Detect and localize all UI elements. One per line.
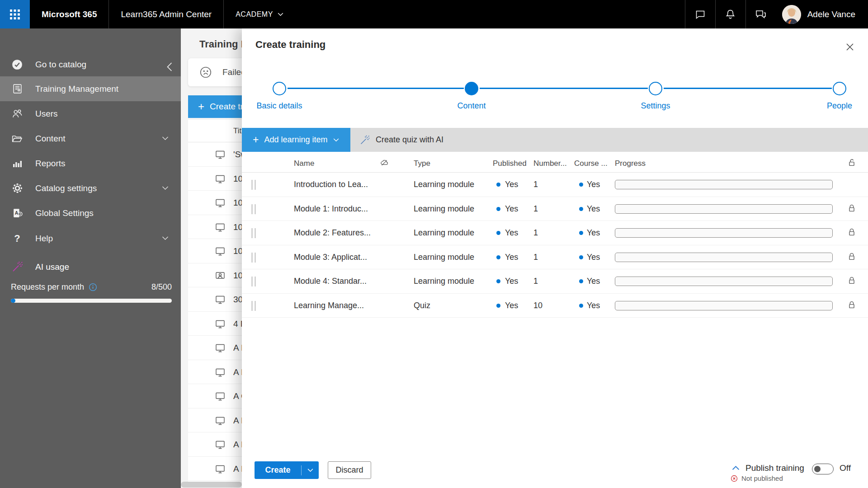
user-name: Adele Vance bbox=[807, 9, 855, 19]
published-status: Yes bbox=[496, 204, 518, 214]
item-type: Learning module bbox=[414, 204, 474, 214]
step-basic-details[interactable]: Basic details bbox=[234, 82, 325, 111]
feedback-button[interactable] bbox=[746, 0, 776, 28]
info-icon[interactable] bbox=[89, 283, 97, 291]
panel-title: Create training bbox=[255, 39, 326, 51]
drag-handle-icon[interactable] bbox=[251, 180, 257, 190]
learning-item-row[interactable]: Learning Manage... Quiz Yes 10 Yes bbox=[242, 294, 868, 318]
learning-item-row[interactable]: Module 2: Features... Learning module Ye… bbox=[242, 221, 868, 245]
status-dot-icon bbox=[496, 183, 500, 187]
lock-icon[interactable] bbox=[847, 300, 857, 312]
users-icon bbox=[11, 108, 24, 120]
item-name: Introduction to Lea... bbox=[294, 180, 368, 189]
brand-link[interactable]: Microsoft 365 bbox=[30, 0, 108, 28]
add-learning-item-button[interactable]: + Add learning item bbox=[242, 128, 350, 152]
sidebar-item-training-management[interactable]: Training Management bbox=[0, 76, 181, 101]
progress-bar bbox=[615, 204, 833, 214]
horizontal-scrollbar[interactable] bbox=[181, 482, 242, 488]
close-button[interactable] bbox=[843, 40, 857, 54]
top-suite-bar: Microsoft 365 Learn365 Admin Center ACAD… bbox=[0, 0, 868, 28]
learning-items-header: Name Type Published Number... Course ...… bbox=[242, 155, 868, 173]
learning-item-row[interactable]: Module 3: Applicat... Learning module Ye… bbox=[242, 245, 868, 270]
sidebar-item-help[interactable]: ? Help bbox=[0, 226, 181, 251]
lock-icon[interactable] bbox=[847, 227, 857, 239]
content-toolbar: + Add learning item Create quiz with AI bbox=[242, 128, 868, 152]
tenant-dropdown[interactable]: ACADEMY bbox=[224, 0, 295, 28]
sidebar-item-reports[interactable]: Reports bbox=[0, 151, 181, 176]
chevron-up-icon bbox=[732, 465, 740, 470]
magic-wand-icon bbox=[11, 261, 24, 273]
item-number: 1 bbox=[533, 277, 538, 286]
chevron-down-icon bbox=[278, 13, 283, 16]
elearning-icon bbox=[215, 391, 226, 404]
avatar bbox=[782, 5, 801, 24]
bell-icon bbox=[725, 9, 736, 20]
course-status: Yes bbox=[579, 301, 600, 310]
tenant-label: ACADEMY bbox=[236, 10, 273, 19]
progress-column-header: Progress bbox=[615, 159, 646, 168]
create-menu-button[interactable] bbox=[302, 469, 319, 472]
drag-handle-icon[interactable] bbox=[251, 301, 257, 311]
create-quiz-with-ai-button[interactable]: Create quiz with AI bbox=[359, 128, 443, 152]
item-type: Learning module bbox=[414, 180, 474, 189]
chevron-down-icon bbox=[162, 136, 169, 141]
requests-progress-fill bbox=[11, 299, 15, 303]
learning-item-row[interactable]: Module 1: Introduc... Learning module Ye… bbox=[242, 197, 868, 221]
publish-toggle[interactable] bbox=[812, 464, 834, 474]
app-launcher-button[interactable] bbox=[0, 0, 30, 28]
elearning-icon bbox=[215, 246, 226, 258]
requests-per-month: Requests per month 8/500 bbox=[11, 282, 172, 292]
gear-icon bbox=[11, 182, 24, 195]
sidebar-item-content[interactable]: Content bbox=[0, 126, 181, 151]
sidebar-item-users[interactable]: Users bbox=[0, 101, 181, 126]
drag-handle-icon[interactable] bbox=[251, 228, 257, 238]
chat-button[interactable] bbox=[685, 0, 715, 28]
elearning-icon bbox=[215, 174, 226, 186]
learning-item-row[interactable]: Module 4: Standar... Learning module Yes… bbox=[242, 269, 868, 294]
published-status: Yes bbox=[496, 180, 518, 189]
app-title-link[interactable]: Learn365 Admin Center bbox=[109, 0, 223, 28]
publish-status: Not published bbox=[731, 474, 783, 482]
lock-icon[interactable] bbox=[847, 252, 857, 264]
help-icon: ? bbox=[11, 232, 24, 245]
lock-icon[interactable] bbox=[847, 203, 857, 216]
elearning-icon bbox=[215, 464, 226, 476]
elearning-icon bbox=[215, 343, 226, 355]
step-content[interactable]: Content bbox=[426, 82, 517, 111]
step-settings[interactable]: Settings bbox=[610, 82, 701, 111]
course-status: Yes bbox=[579, 277, 600, 286]
drag-handle-icon[interactable] bbox=[251, 253, 257, 263]
sidebar-item-go-to-catalog[interactable]: Go to catalog bbox=[0, 52, 181, 77]
drag-handle-icon[interactable] bbox=[251, 204, 257, 214]
requests-label: Requests per month bbox=[11, 282, 84, 292]
expand-publish-button[interactable] bbox=[732, 465, 740, 470]
elearning-icon bbox=[215, 415, 226, 428]
drag-handle-icon[interactable] bbox=[251, 277, 257, 286]
progress-bar bbox=[615, 277, 833, 286]
cloud-offline-icon bbox=[380, 158, 389, 169]
notifications-button[interactable] bbox=[716, 0, 745, 28]
plus-icon: + bbox=[198, 100, 204, 113]
training-management-icon bbox=[11, 83, 24, 95]
learning-item-row[interactable]: Introduction to Lea... Learning module Y… bbox=[242, 173, 868, 197]
published-column-header: Published bbox=[493, 159, 527, 168]
status-dot-icon bbox=[579, 231, 583, 235]
elearning-icon bbox=[215, 367, 226, 380]
chevron-down-icon bbox=[162, 236, 169, 240]
sidebar-item-global-settings[interactable]: A Global Settings bbox=[0, 201, 181, 225]
status-dot-icon bbox=[579, 255, 583, 259]
type-column-header: Type bbox=[414, 159, 430, 168]
discard-button[interactable]: Discard bbox=[328, 461, 371, 479]
step-people[interactable]: People bbox=[794, 82, 868, 111]
catalog-check-icon bbox=[11, 58, 24, 71]
course-status: Yes bbox=[579, 228, 600, 238]
chat-icon bbox=[694, 9, 706, 20]
lock-icon[interactable] bbox=[847, 276, 857, 288]
elearning-icon bbox=[215, 222, 226, 235]
item-type: Quiz bbox=[414, 301, 430, 310]
published-status: Yes bbox=[496, 228, 518, 238]
create-split-button[interactable]: Create bbox=[255, 461, 319, 479]
sidebar-item-catalog-settings[interactable]: Catalog settings bbox=[0, 176, 181, 201]
chevron-down-icon bbox=[333, 138, 339, 142]
account-menu[interactable]: Adele Vance bbox=[776, 0, 868, 28]
